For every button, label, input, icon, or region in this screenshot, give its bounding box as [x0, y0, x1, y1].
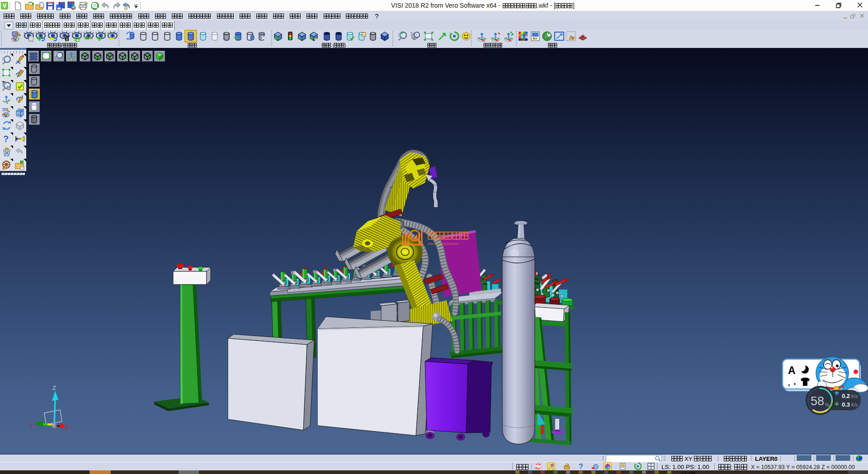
svg-text:Y: Y — [30, 423, 34, 430]
svg-text:V: V — [3, 3, 6, 9]
svg-text:0.2: 0.2 — [842, 393, 850, 399]
svg-text:?: ? — [579, 463, 583, 470]
svg-text:?: ? — [3, 134, 9, 144]
svg-text:X: X — [65, 424, 69, 431]
svg-text:A: A — [788, 365, 796, 376]
svg-text:58: 58 — [811, 394, 824, 408]
svg-text:,: , — [788, 379, 790, 387]
svg-text:K/s: K/s — [851, 403, 858, 408]
svg-text:%: % — [825, 402, 830, 408]
svg-text:K/s: K/s — [851, 394, 858, 399]
svg-text:INTELLIGENT MANUFACTURING DATA: INTELLIGENT MANUFACTURING DATA — [428, 242, 459, 245]
svg-text:Z: Z — [52, 384, 56, 391]
svg-text:0.3: 0.3 — [842, 401, 850, 408]
